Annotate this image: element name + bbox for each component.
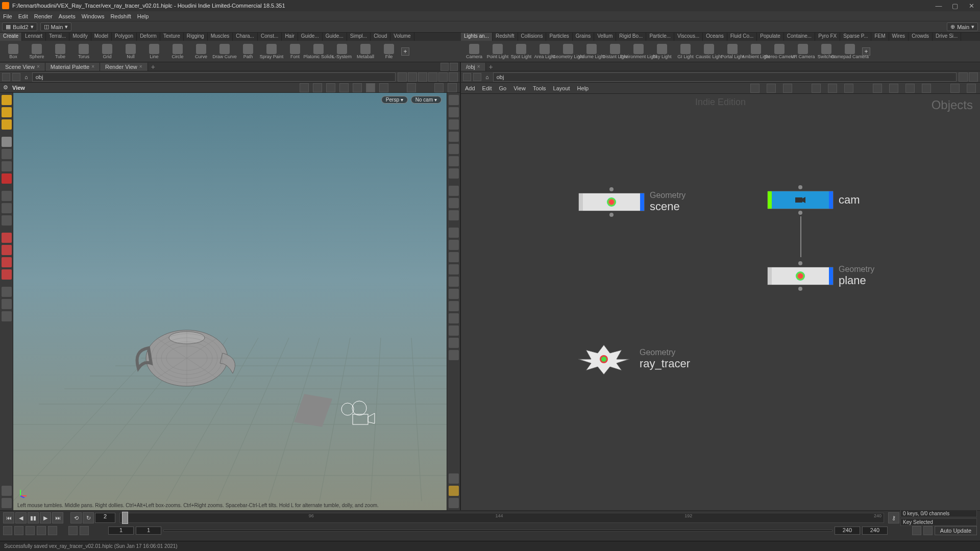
- net-wrench-icon[interactable]: [750, 84, 760, 93]
- disp-abc-icon[interactable]: [449, 338, 459, 348]
- shelf-tab[interactable]: Lights an...: [461, 33, 493, 41]
- disp-wire-icon[interactable]: [449, 186, 459, 196]
- step-back-button[interactable]: ◀: [15, 512, 27, 523]
- range-start-input[interactable]: 1: [136, 527, 161, 535]
- net-menu-edit[interactable]: Edit: [482, 85, 492, 91]
- close-tab-icon[interactable]: ×: [37, 64, 40, 69]
- shelf-tab[interactable]: Model: [91, 33, 112, 41]
- disp-home-icon[interactable]: [449, 95, 459, 105]
- view-mode-active-icon[interactable]: [366, 83, 375, 92]
- light-icon[interactable]: [2, 311, 12, 321]
- end-frame-input[interactable]: 240: [862, 527, 888, 535]
- shelf-tab[interactable]: Vellum: [594, 33, 616, 41]
- loop-toggle[interactable]: ↻: [83, 512, 94, 523]
- pane-menu-icon[interactable]: [440, 63, 449, 71]
- snapshot-icon[interactable]: [407, 83, 416, 92]
- shelf-tab[interactable]: Pyro FX: [815, 33, 840, 41]
- network-canvas[interactable]: Indie Edition Objects Geometry scene: [461, 94, 980, 510]
- shelf-tab[interactable]: Redshift: [493, 33, 518, 41]
- shelf-tool[interactable]: Font: [284, 44, 306, 59]
- shelf-tab[interactable]: Grains: [573, 33, 594, 41]
- shelf-tool[interactable]: Circle: [166, 44, 189, 59]
- net-perf-icon[interactable]: [873, 84, 882, 93]
- shelf-tab[interactable]: Create: [0, 33, 22, 41]
- bone-icon[interactable]: [2, 203, 12, 213]
- range-lock-icon[interactable]: [3, 526, 12, 535]
- shelf-tab[interactable]: Particle...: [646, 33, 674, 41]
- menu-help[interactable]: Help: [137, 13, 149, 19]
- brush-tool-icon[interactable]: [2, 486, 12, 496]
- snap-multi-icon[interactable]: [2, 269, 12, 280]
- more-icon[interactable]: [449, 72, 458, 82]
- pin-icon[interactable]: [959, 72, 968, 82]
- tab-render-view[interactable]: Render View×: [100, 63, 148, 71]
- brush-icon[interactable]: [2, 191, 12, 201]
- shelf-tool[interactable]: Platonic Solids: [307, 44, 330, 59]
- shelf-tab[interactable]: Drive Si...: [933, 33, 961, 41]
- select-objects-icon[interactable]: [2, 95, 12, 105]
- home-icon[interactable]: ⌂: [483, 74, 491, 80]
- secure-icon[interactable]: [2, 161, 12, 171]
- net-menu-tools[interactable]: Tools: [533, 85, 546, 91]
- shelf-tool[interactable]: Curve: [190, 44, 212, 59]
- viewport-3d[interactable]: Persp ▾ No cam ▾: [13, 93, 447, 510]
- range-end-input[interactable]: 240: [835, 527, 860, 535]
- shelf-tool[interactable]: Geometry Light: [557, 44, 579, 59]
- shelf-tab[interactable]: FEM: [871, 33, 889, 41]
- nav-fwd-button[interactable]: [12, 73, 20, 81]
- select-geo-icon[interactable]: [2, 107, 12, 117]
- add-tab-button[interactable]: +: [148, 63, 158, 71]
- display-flag[interactable]: [768, 267, 772, 285]
- add-shelf-tool[interactable]: +: [862, 47, 870, 56]
- node-scene[interactable]: Geometry scene: [578, 191, 685, 213]
- shelf-tool[interactable]: Path: [237, 44, 259, 59]
- close-tab-icon[interactable]: ×: [139, 64, 142, 69]
- help-icon[interactable]: [448, 83, 457, 92]
- disp-bg-icon[interactable]: [449, 313, 459, 323]
- path-input[interactable]: obj: [32, 72, 396, 82]
- snap-icon[interactable]: [408, 72, 417, 82]
- shelf-tab[interactable]: Modify: [69, 33, 91, 41]
- tab-scene-view[interactable]: Scene View×: [0, 63, 45, 71]
- shelf-tool[interactable]: Volume Light: [580, 44, 603, 59]
- disp-smooth-icon[interactable]: [449, 210, 459, 220]
- disp-ortho-icon[interactable]: [449, 132, 459, 142]
- net-grid1-icon[interactable]: [812, 84, 821, 93]
- maximize-button[interactable]: ▢: [951, 2, 959, 10]
- disp-pt-icon[interactable]: [449, 228, 459, 238]
- link-icon[interactable]: [434, 83, 444, 92]
- shelf-tab[interactable]: Particles: [546, 33, 572, 41]
- range-slider-icon[interactable]: [14, 526, 23, 535]
- menu-file[interactable]: File: [3, 13, 12, 19]
- display-opts-icon[interactable]: [438, 72, 448, 82]
- net-tree-icon[interactable]: [783, 84, 792, 93]
- rotate-mode-icon[interactable]: [326, 83, 335, 92]
- shelf-tab[interactable]: Polygon: [112, 33, 137, 41]
- current-frame-input[interactable]: 2: [95, 513, 115, 523]
- net-box-icon[interactable]: [922, 84, 931, 93]
- disp-ghost-icon[interactable]: [449, 144, 459, 154]
- net-grid3-icon[interactable]: [844, 84, 853, 93]
- home-icon[interactable]: ⌂: [22, 74, 30, 80]
- render-flag[interactable]: [640, 193, 644, 211]
- shelf-tool[interactable]: GI Light: [674, 44, 697, 59]
- minimize-button[interactable]: —: [935, 2, 942, 10]
- disp-field-icon[interactable]: [449, 325, 459, 336]
- net-expand-icon[interactable]: [967, 84, 976, 93]
- next-key-icon[interactable]: [80, 526, 89, 535]
- shelf-tab[interactable]: Viscous...: [674, 33, 703, 41]
- start-frame-input[interactable]: 1: [108, 527, 134, 535]
- timeline-track[interactable]: 48 96 144 192 240: [119, 513, 884, 523]
- shelf-tab[interactable]: Oceans: [703, 33, 727, 41]
- shelf-tool[interactable]: Camera: [463, 44, 485, 59]
- nav-back-button[interactable]: [463, 73, 471, 81]
- disp-hq-icon[interactable]: [449, 168, 459, 179]
- shelf-tool[interactable]: Grid: [96, 44, 118, 59]
- input-port[interactable]: [798, 261, 802, 265]
- shelf-tab[interactable]: Guide...: [298, 33, 323, 41]
- node-plane[interactable]: Geometry plane: [767, 265, 874, 287]
- shelf-tab[interactable]: Wires: [889, 33, 909, 41]
- last-frame-button[interactable]: ⏭: [52, 512, 63, 523]
- path-input[interactable]: obj: [493, 72, 957, 82]
- render-flag[interactable]: [829, 191, 833, 209]
